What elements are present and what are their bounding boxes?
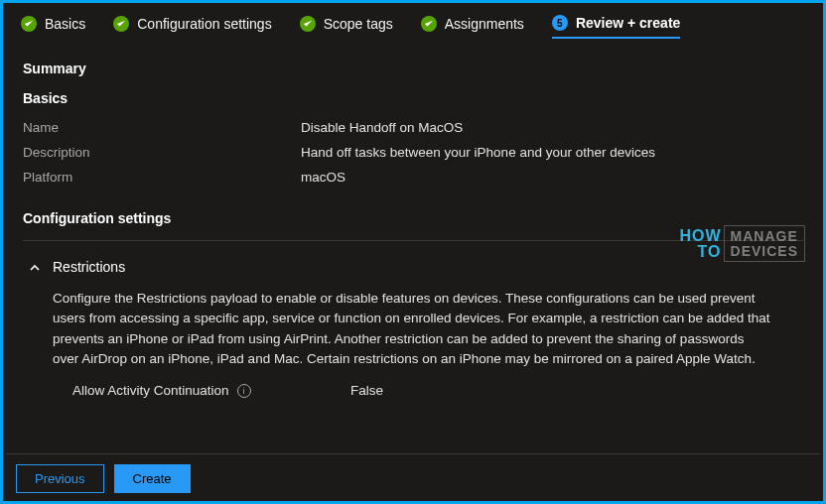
accordion-title: Restrictions xyxy=(53,259,125,275)
footer-actions: Previous Create xyxy=(6,453,820,501)
field-description: Description Hand off tasks between your … xyxy=(23,145,803,160)
check-icon xyxy=(300,16,316,32)
chevron-up-icon xyxy=(29,261,41,273)
step-number-icon: 5 xyxy=(552,15,568,31)
tab-basics[interactable]: Basics xyxy=(21,16,85,38)
tab-label: Scope tags xyxy=(324,16,393,32)
tab-label: Basics xyxy=(45,16,85,32)
watermark-box: MANAGE DEVICES xyxy=(724,225,805,262)
watermark-logo: HOW TO MANAGE DEVICES xyxy=(679,225,805,262)
check-icon xyxy=(21,16,37,32)
field-value: macOS xyxy=(301,170,345,185)
tab-label: Assignments xyxy=(445,16,524,32)
tab-scope-tags[interactable]: Scope tags xyxy=(300,16,393,38)
restrictions-description: Configure the Restrictions payload to en… xyxy=(23,283,803,377)
tab-review-create[interactable]: 5 Review + create xyxy=(552,15,680,39)
previous-button[interactable]: Previous xyxy=(16,464,104,493)
field-label: Description xyxy=(23,145,301,160)
basics-heading: Basics xyxy=(23,90,803,106)
content-area: Summary Basics Name Disable Handoff on M… xyxy=(3,45,823,398)
check-icon xyxy=(421,16,437,32)
tab-label: Configuration settings xyxy=(137,16,271,32)
watermark-text: HOW xyxy=(679,228,721,244)
tab-label: Review + create xyxy=(576,15,680,31)
field-value: Hand off tasks between your iPhone and y… xyxy=(301,145,655,160)
info-icon[interactable]: i xyxy=(237,384,251,398)
field-label: Name xyxy=(23,120,301,135)
field-allow-activity-continuation: Allow Activity Continuation i False xyxy=(23,377,803,398)
field-value: Disable Handoff on MacOS xyxy=(301,120,463,135)
watermark-text: TO xyxy=(698,244,722,260)
summary-heading: Summary xyxy=(23,61,803,76)
configuration-settings-heading: Configuration settings xyxy=(23,210,803,226)
field-label: Platform xyxy=(23,170,301,185)
field-value: False xyxy=(350,383,383,398)
create-button[interactable]: Create xyxy=(114,464,191,493)
wizard-tabs: Basics Configuration settings Scope tags… xyxy=(3,3,823,45)
tab-assignments[interactable]: Assignments xyxy=(421,16,524,38)
field-name: Name Disable Handoff on MacOS xyxy=(23,120,803,135)
field-label: Allow Activity Continuation xyxy=(72,383,229,398)
field-platform: Platform macOS xyxy=(23,170,803,185)
tab-configuration-settings[interactable]: Configuration settings xyxy=(113,16,271,38)
check-icon xyxy=(113,16,129,32)
